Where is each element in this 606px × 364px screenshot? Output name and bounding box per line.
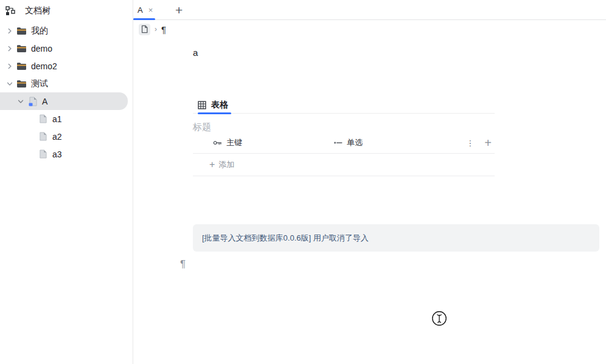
folder-icon [16, 79, 27, 89]
chevron-right-icon[interactable] [5, 61, 15, 71]
add-column-button[interactable]: + [484, 137, 492, 149]
database-block: 表格 标题 主键 [193, 97, 495, 176]
key-icon [213, 139, 222, 147]
column-primary-key[interactable]: 主键 [193, 137, 333, 148]
folder-icon [16, 44, 27, 53]
chevron-right-icon[interactable] [5, 44, 15, 53]
sidebar-item-my[interactable]: 我的 [0, 22, 133, 39]
sidebar-item-label: A [42, 97, 47, 106]
sidebar-item-label: a1 [52, 114, 62, 124]
column-label: 单选 [347, 137, 363, 148]
breadcrumb: › ¶ [133, 20, 606, 38]
column-label: 主键 [226, 137, 242, 148]
sidebar-item-label: a2 [52, 132, 62, 142]
sidebar-item-a2[interactable]: a2 [0, 128, 133, 145]
import-cancelled-notice: [批量导入文档到数据库0.0.6版] 用户取消了导入 [193, 224, 599, 252]
table-menu-icon[interactable]: ⋮ [466, 139, 474, 148]
add-tab-button[interactable]: + [175, 4, 183, 16]
active-view-indicator [198, 112, 231, 114]
tab-label: A [138, 5, 143, 15]
tree-structure-icon [5, 6, 15, 16]
chevron-down-icon[interactable] [5, 79, 15, 89]
app-window: 文档树 我的 [0, 0, 606, 364]
doc-icon [38, 149, 48, 159]
sidebar-item-label: a3 [52, 149, 62, 159]
sidebar-item-label: demo [31, 44, 52, 53]
sidebar-document-tree: 文档树 我的 [0, 0, 133, 364]
add-row-label: 添加 [218, 159, 234, 170]
chevron-down-icon[interactable] [16, 97, 26, 106]
single-select-icon [333, 139, 343, 147]
sidebar-title: 文档树 [25, 5, 50, 16]
table-grid-icon [198, 101, 206, 109]
sidebar-item-test[interactable]: 测试 [0, 75, 133, 92]
table-header-row: 主键 单选 ⋮ + [193, 132, 495, 154]
chevron-right-icon[interactable] [5, 26, 15, 36]
plus-icon: + [209, 160, 215, 170]
folder-icon [16, 61, 27, 71]
sidebar-header: 文档树 [0, 0, 133, 22]
document-icon[interactable] [139, 24, 150, 35]
sidebar-item-a3[interactable]: a3 [0, 145, 133, 163]
sidebar-item-label: 我的 [31, 26, 48, 36]
database-view-tabs: 表格 [193, 97, 495, 114]
breadcrumb-separator: › [155, 25, 157, 33]
active-tab-indicator [133, 18, 155, 20]
main-area: A × + › ¶ a [133, 0, 606, 364]
doc-icon [38, 114, 48, 124]
close-icon[interactable]: × [148, 6, 153, 14]
doc-with-children-icon [27, 97, 38, 106]
sidebar-item-demo2[interactable]: demo2 [0, 57, 133, 75]
sidebar-item-label: 测试 [31, 78, 48, 89]
sidebar-item-a1[interactable]: a1 [0, 110, 133, 128]
paragraph-text[interactable]: a [193, 46, 606, 60]
database-title-placeholder[interactable]: 标题 [193, 121, 495, 132]
doc-icon [38, 132, 48, 142]
add-row-button[interactable]: + 添加 [193, 154, 495, 176]
view-tab-label[interactable]: 表格 [211, 100, 228, 111]
breadcrumb-current[interactable]: ¶ [161, 24, 166, 35]
editor-canvas[interactable]: a 表格 标题 [133, 38, 606, 364]
folder-icon [16, 26, 27, 36]
tab-bar: A × + [133, 0, 606, 20]
column-single-select[interactable]: 单选 [333, 137, 466, 148]
sidebar-item-demo[interactable]: demo [0, 39, 133, 57]
sidebar-item-label: demo2 [31, 61, 57, 71]
sidebar-item-a[interactable]: A [0, 92, 128, 110]
tab-a[interactable]: A × [133, 0, 155, 19]
paragraph-mark: ¶ [180, 258, 606, 270]
